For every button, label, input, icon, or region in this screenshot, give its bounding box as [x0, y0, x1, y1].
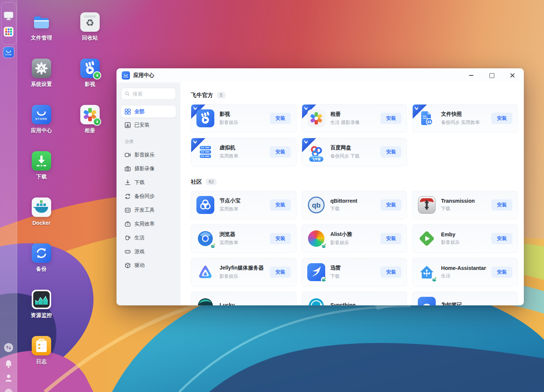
wiznote-icon — [418, 297, 436, 305]
desktop-icon-logs[interactable]: 日志 — [22, 336, 61, 365]
desktop-icon-download[interactable]: 下载 — [22, 151, 61, 180]
install-button[interactable]: 安装 — [491, 233, 512, 244]
docker-whale-icon — [32, 197, 51, 217]
install-button[interactable]: 安装 — [380, 146, 401, 158]
dock-extra-button[interactable] — [0, 388, 17, 392]
close-icon — [510, 73, 515, 78]
docker-badge-icon — [321, 243, 327, 249]
download-badge-icon — [93, 118, 101, 126]
install-button[interactable]: 安装 — [270, 113, 291, 124]
svg-text:STORE: STORE — [5, 54, 12, 56]
desktop-icon-movies[interactable]: 影视 — [71, 59, 109, 88]
install-button[interactable]: 安装 — [270, 146, 291, 158]
search-input[interactable] — [132, 91, 172, 97]
app-card-emby[interactable]: Emby 影音娱乐 安装 — [412, 224, 518, 253]
dock-launcher-button[interactable] — [0, 27, 17, 37]
dock-desktop-button[interactable] — [0, 11, 17, 20]
install-button[interactable]: 安装 — [270, 267, 291, 278]
install-button[interactable]: 安装 — [491, 199, 512, 211]
window-titlebar[interactable]: STORE 应用中心 — [116, 68, 524, 83]
app-name: Emby — [441, 231, 486, 237]
desktop-icon-system-settings[interactable]: 系统设置 — [22, 59, 61, 88]
dock-notifications-button[interactable] — [0, 359, 17, 369]
file-manager-icon — [32, 12, 51, 32]
network-traffic-icon — [4, 343, 13, 352]
install-button[interactable]: 安装 — [380, 113, 401, 124]
app-category: 下载 — [330, 206, 376, 212]
install-button[interactable]: 安装 — [491, 267, 512, 278]
category-label: 摄影录像 — [134, 165, 155, 172]
app-card-wiznote[interactable]: 为知笔记 — [412, 292, 518, 305]
desktop-icon-app-center[interactable]: STORE 应用中心 — [22, 105, 61, 134]
maximize-button[interactable] — [485, 71, 498, 80]
baidu-netdisk-icon: 飞牛版 — [307, 143, 325, 161]
app-card-thunder[interactable]: 迅雷 下载 安装 — [302, 258, 407, 286]
desktop-icon-file-manager[interactable]: 文件管理 — [22, 12, 61, 41]
app-card-home-assistant[interactable]: Home-Assistantan 生活 安装 — [412, 258, 518, 286]
app-name: Alist小雅 — [330, 231, 376, 238]
app-card-baidu-netdisk[interactable]: 飞牛版 百度网盘 备份同步 下载 安装 — [302, 138, 407, 166]
close-button[interactable] — [506, 71, 519, 80]
movies-icon — [196, 109, 214, 127]
sidebar-category-photography[interactable]: 摄影录像 — [121, 162, 176, 175]
minimize-button[interactable] — [465, 71, 478, 80]
sidebar-item-all[interactable]: 全部 — [121, 106, 176, 118]
dock-network-traffic-button[interactable] — [0, 343, 17, 352]
sidebar-category-games[interactable]: 游戏 — [121, 245, 176, 258]
download-badge-icon — [93, 71, 101, 80]
install-button[interactable]: 安装 — [270, 233, 291, 244]
sidebar-category-download[interactable]: 下载 — [121, 175, 176, 189]
install-button[interactable]: 安装 — [491, 113, 512, 124]
app-card-browser[interactable]: 浏览器 实用效率 安装 — [191, 224, 296, 253]
sidebar-category-life[interactable]: 生活 — [121, 231, 176, 245]
app-card-virtual-machine[interactable]: 虚拟机 实用效率 安装 — [191, 138, 296, 166]
section-title-official: 飞牛官方 — [191, 92, 213, 99]
install-button[interactable]: 安装 — [380, 233, 401, 244]
dock: STORE — [0, 0, 17, 392]
install-button[interactable]: 安装 — [380, 199, 401, 211]
dock-user-button[interactable] — [0, 373, 17, 383]
app-center-store-icon: STORE — [122, 71, 130, 80]
sidebar-category-drivers[interactable]: 驱动 — [121, 258, 176, 272]
app-category: 实用效率 — [220, 206, 265, 212]
sidebar-category-backup-sync[interactable]: 备份同步 — [121, 189, 176, 203]
desktop-icon-resource-monitor[interactable]: 资源监控 — [22, 290, 61, 319]
section-count-badge: 62 — [206, 178, 217, 185]
transmission-icon — [418, 196, 436, 214]
app-card-photos[interactable]: 相册 生活 摄影录像 安装 — [302, 104, 407, 133]
desktop-monitor-icon — [4, 11, 13, 20]
photos-flower-icon — [307, 109, 325, 127]
home-assistant-icon — [418, 263, 436, 281]
app-card-qbittorrent[interactable]: qb qBittorrent 下载 安装 — [302, 191, 407, 219]
app-card-syncthing[interactable]: Syncthing — [302, 292, 407, 305]
desktop-icon-backup[interactable]: 备份 — [22, 243, 61, 273]
app-card-movies[interactable]: 影视 影音娱乐 安装 — [191, 104, 296, 133]
app-category: 影音娱乐 — [220, 119, 265, 126]
desktop-icon-recycle-bin[interactable]: ♻ 回收站 — [71, 12, 109, 41]
app-card-file-snapshot[interactable]: 文件快照 备份同步 实用效率 安装 — [412, 104, 518, 133]
install-button[interactable]: 安装 — [270, 199, 291, 211]
desktop-icon-photos[interactable]: 相册 — [71, 105, 109, 134]
category-label: 影音娱乐 — [134, 152, 155, 158]
minimize-icon — [469, 75, 473, 76]
app-card-jellyfin[interactable]: Jellyfin媒体服务器 影音娱乐 安装 — [191, 258, 296, 286]
sidebar-category-utilities[interactable]: 实用效率 — [121, 217, 176, 231]
dock-app-center-button[interactable]: STORE — [0, 47, 17, 57]
app-category: 生活 — [441, 273, 486, 279]
sidebar-category-video[interactable]: 影音娱乐 — [121, 148, 176, 162]
grid-icon — [125, 109, 131, 115]
sidebar-item-installed[interactable]: 已安装 — [121, 119, 176, 131]
search-box[interactable] — [121, 88, 176, 100]
category-label: 实用效率 — [134, 221, 155, 227]
sidebar-category-dev-tools[interactable]: 开发工具 — [121, 203, 176, 217]
app-name: Transmission — [441, 198, 486, 204]
app-category: 实用效率 — [220, 153, 265, 159]
app-card-lucky[interactable]: Lucky — [191, 292, 296, 305]
app-card-transmission[interactable]: Transmission 下载 安装 — [412, 191, 518, 219]
app-card-alist[interactable]: Alist小雅 影音娱乐 安装 — [302, 224, 407, 253]
desktop-icon-docker[interactable]: Docker — [22, 197, 61, 226]
install-button[interactable]: 安装 — [380, 267, 401, 278]
app-card-jdxb[interactable]: 节点小宝 实用效率 安装 — [191, 191, 296, 219]
section-count-badge: 5 — [217, 92, 226, 99]
app-name: 为知笔记 — [441, 302, 512, 306]
